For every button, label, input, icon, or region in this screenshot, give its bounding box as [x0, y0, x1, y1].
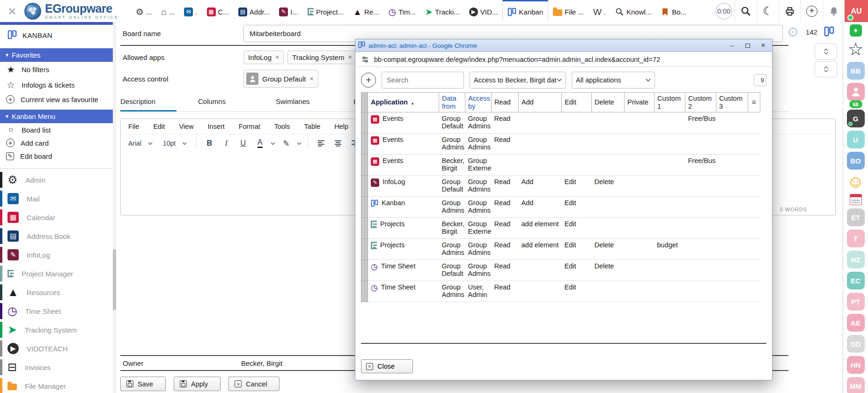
sidebar-app-invoices[interactable]: ⊟Invoices [0, 358, 116, 377]
font-family-select[interactable]: Arial [125, 138, 155, 149]
minimize-icon[interactable]: – [726, 41, 738, 50]
allowed-app-chip[interactable]: InfoLog× [243, 51, 284, 64]
sidebar-app-vidoteach[interactable]: ▶VIDOTEACH [0, 339, 116, 358]
add-acl-button[interactable]: + [361, 73, 376, 88]
editor-menu-view[interactable]: View [179, 123, 193, 130]
column-header-custom-1[interactable]: Custom 1 [655, 93, 685, 112]
sidebar-app-mail[interactable]: ✉Mail [0, 189, 116, 208]
editor-menu-table[interactable]: Table [304, 123, 321, 130]
acl-search-input[interactable] [382, 72, 464, 89]
access-group-chip[interactable]: Group Default× [243, 70, 318, 88]
sidebar-app-time-sheet[interactable]: ◷Time Sheet [0, 302, 116, 320]
brand-logo[interactable]: EGroupware SMART ONLINE OFFICE [24, 0, 131, 22]
sidebar-item-current-view-as-favourite[interactable]: +Current view as favourite [0, 93, 116, 106]
font-color-caret-icon[interactable] [271, 142, 275, 145]
highlight-pen-icon[interactable]: ✎ [280, 137, 292, 149]
editor-menu-help[interactable]: Help [334, 123, 348, 130]
editor-menu-insert[interactable]: Insert [208, 123, 225, 130]
column-header-custom-3[interactable]: Custom 3 [716, 93, 748, 112]
user-avatar[interactable]: AU [845, 0, 868, 22]
user-tile-ae[interactable]: AE [847, 314, 865, 332]
access-filter-select[interactable]: Access to Becker, Birgit dat [470, 72, 566, 89]
topbar-tab-knowledgebase[interactable]: Knowl... [611, 0, 656, 22]
smiley-icon[interactable]: ☺ [847, 173, 865, 191]
acl-row[interactable]: ProjectsGroup AdminsGroup AdminsReadadd … [361, 239, 760, 260]
italic-button[interactable]: I [220, 137, 232, 149]
sidebar-app-admin[interactable]: ⚙Admin [0, 171, 116, 189]
dark-mode-icon[interactable]: ☾ [757, 0, 779, 22]
editor-menu-edit[interactable]: Edit [153, 123, 165, 130]
acl-row[interactable]: ▦EventsBecker, BirgitGroup ExterneFree/B… [361, 155, 760, 176]
topbar-tab-wiki[interactable]: W. [588, 0, 611, 22]
remove-chip-icon[interactable]: × [309, 75, 313, 82]
topbar-tab-calendar[interactable]: ▦C... [202, 0, 234, 22]
align-left-icon[interactable] [315, 137, 327, 149]
number-stepper[interactable] [815, 44, 837, 59]
sidebar-scrollbar[interactable] [113, 22, 116, 393]
sidebar-section-favorites[interactable]: ▼Favorites [0, 48, 116, 62]
topbar-tab-infolog[interactable]: ✎I... [274, 0, 303, 22]
sidebar-section-kanban-menu[interactable]: ▼Kanban Menu [0, 110, 116, 123]
tab-columns[interactable]: Columns [198, 94, 254, 111]
topbar-tab-vidoteach[interactable]: ▶VID... [464, 0, 503, 22]
sidebar-app-resources[interactable]: ▲Resources [0, 283, 116, 302]
timer-button[interactable]: 0:00 [715, 3, 732, 20]
sidebar-app-tracking-system[interactable]: ➤Tracking System [0, 320, 116, 339]
sidebar-item-no-filters[interactable]: ★No filters [0, 62, 116, 77]
editor-menu-format[interactable]: Format [239, 123, 260, 130]
add-icon[interactable]: + [801, 0, 823, 22]
column-selector-button[interactable]: ≡ [748, 93, 760, 112]
tab-description[interactable]: Description [120, 94, 177, 111]
sidebar-item-add-card[interactable]: +Add card [0, 136, 116, 149]
column-header-read[interactable]: Read [492, 93, 519, 112]
user-tile-pt[interactable]: PT [847, 293, 865, 311]
sidebar-app-calendar[interactable]: ▦Calendar [0, 208, 116, 227]
person-icon[interactable] [847, 83, 865, 101]
acl-row[interactable]: KanbanGroup AdminsGroup AdminsReadAddEdi… [361, 197, 760, 218]
user-tile-dd[interactable]: DD [847, 335, 865, 353]
highlight-caret-icon[interactable] [297, 142, 302, 145]
user-tile-mm[interactable]: MM [847, 377, 865, 393]
topbar-tab-bookmarks[interactable]: Bo... [656, 0, 691, 22]
green-badge-icon[interactable]: ✦ [850, 24, 862, 37]
acl-row[interactable]: ▦EventsGroup AdminsGroup AdminsRead [361, 133, 760, 155]
align-center-icon[interactable] [332, 137, 344, 149]
remove-chip-icon[interactable]: × [348, 53, 352, 61]
user-tile-hn[interactable]: HN [847, 356, 865, 374]
font-size-select[interactable]: 10pt [160, 138, 190, 149]
user-tile-nz[interactable]: NZ [847, 251, 865, 268]
dialog-titlebar[interactable]: admin-acl: admin-acl - Google Chrome – × [355, 39, 772, 52]
user-tile-et[interactable]: ET [847, 208, 865, 226]
column-header-application[interactable]: Application▲ [368, 93, 439, 112]
sidebar-item-edit-board[interactable]: ✎Edit board [0, 149, 116, 163]
font-color-button[interactable]: A [254, 137, 266, 149]
user-tile-u[interactable]: U [847, 131, 865, 148]
user-tile-bo[interactable]: BO [847, 152, 865, 170]
topbar-tab-resources[interactable]: ▲Re... [348, 0, 384, 22]
sidebar-item-board-list[interactable]: ○Board list [0, 123, 116, 136]
topbar-tab-kanban[interactable]: Kanban [502, 0, 548, 22]
number-stepper[interactable] [815, 61, 837, 77]
column-header-data-from[interactable]: Data from [439, 93, 465, 112]
apply-button[interactable]: Apply [174, 377, 221, 391]
star-outline-icon[interactable]: ☆ [847, 40, 865, 59]
bold-button[interactable]: B [203, 137, 215, 149]
sidebar-app-project-manager[interactable]: Project Manager [0, 264, 116, 283]
save-button[interactable]: Save [120, 377, 166, 391]
underline-button[interactable]: U [237, 137, 249, 149]
column-header-custom-2[interactable]: Custom 2 [685, 93, 716, 112]
allowed-app-chip[interactable]: Tracking System× [287, 51, 356, 64]
sidebar-scrollbar-thumb[interactable] [113, 249, 116, 310]
maximize-icon[interactable] [742, 41, 754, 50]
search-icon[interactable] [735, 0, 757, 22]
user-tile-t[interactable]: T [847, 230, 865, 247]
user-tile-ec[interactable]: EC [847, 272, 865, 289]
notifications-bell-icon[interactable] [823, 0, 845, 22]
acl-row[interactable]: ◷Time SheetGroup AdminsUser, AdminReadEd… [361, 281, 760, 302]
remove-chip-icon[interactable]: × [275, 53, 279, 61]
mini-calendar-icon[interactable] [850, 194, 862, 205]
user-tile-bb[interactable]: BB [847, 62, 865, 80]
acl-row[interactable]: ✎InfoLogGroup DefaultGroup AdminsReadAdd… [361, 176, 760, 197]
topbar-tab-filemanager[interactable]: File ... [548, 0, 588, 22]
close-window-icon[interactable]: × [757, 41, 769, 50]
